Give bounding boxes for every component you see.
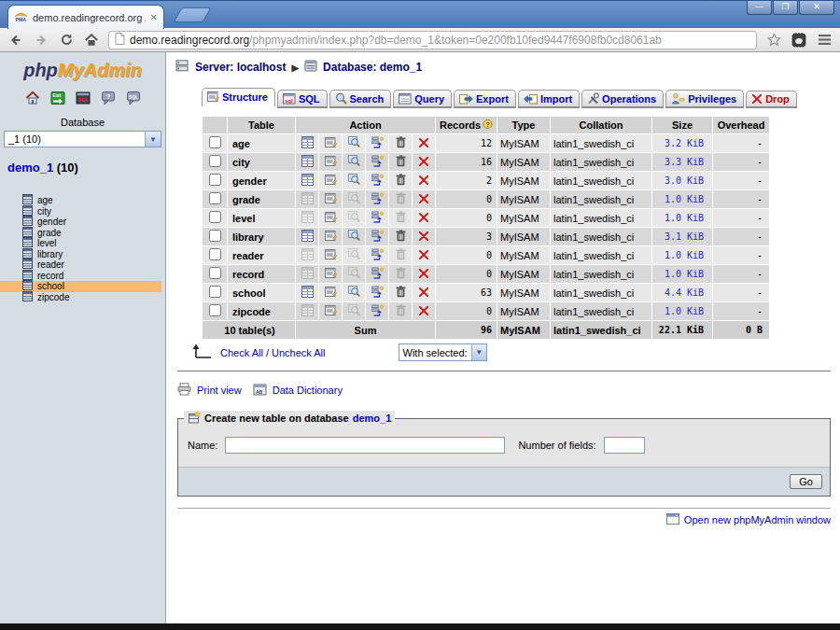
table-name-link[interactable]: record [228,265,295,283]
drop-icon[interactable] [418,193,429,204]
table-name-link[interactable]: gender [228,172,295,189]
empty-icon[interactable] [395,136,407,148]
col-header-type[interactable]: Type [497,117,550,133]
sidebar-item-zipcode[interactable]: zipcode [0,292,165,303]
structure-icon[interactable] [325,174,337,186]
current-database-link[interactable]: demo_1 [7,161,53,175]
docs-help-icon[interactable]: ? [101,91,116,105]
data-dictionary-link[interactable]: Data Dictionary [273,385,343,396]
uncheck-all-link[interactable]: Uncheck All [272,347,325,358]
search-icon[interactable] [348,155,360,167]
row-checkbox-zipcode[interactable] [209,304,221,316]
empty-icon[interactable] [395,155,407,167]
sql-docs-icon[interactable]: SQL [126,91,141,105]
structure-icon[interactable] [325,136,337,148]
pma-logo[interactable]: phpMyAdmin [0,60,165,81]
logout-icon[interactable]: Exit [50,91,65,105]
empty-icon[interactable] [395,174,407,186]
row-checkbox-grade[interactable] [209,192,221,204]
tab-operations[interactable]: Operations [581,90,664,106]
tab-query[interactable]: Query [393,90,452,106]
row-size-link[interactable]: 1.0 KiB [652,246,712,264]
breadcrumb-server-link[interactable]: Server: localhost [195,61,286,74]
row-size-link[interactable]: 3.3 KiB [652,153,712,171]
drop-icon[interactable] [418,287,429,298]
drop-icon[interactable] [418,156,429,167]
table-name-link[interactable]: grade [228,190,295,208]
insert-icon[interactable] [371,192,384,204]
url-bar[interactable]: demo.readingrecord.org/phpmyadmin/index.… [108,31,757,49]
drop-icon[interactable] [418,249,429,260]
structure-icon[interactable] [325,248,337,260]
structure-icon[interactable] [325,267,337,279]
minimize-button[interactable]: — [747,1,772,15]
insert-icon[interactable] [371,174,384,186]
browse-icon[interactable] [301,136,314,148]
row-size-link[interactable]: 4.4 KiB [652,284,712,301]
browse-icon[interactable] [301,155,314,167]
search-icon[interactable] [348,230,360,242]
drop-icon[interactable] [418,231,429,242]
col-header-overhead[interactable]: Overhead [713,117,769,133]
go-button[interactable]: Go [790,474,822,489]
structure-icon[interactable] [325,286,337,298]
insert-icon[interactable] [371,211,384,223]
row-size-link[interactable]: 1.0 KiB [652,302,712,320]
reload-icon[interactable] [58,32,75,49]
browse-icon[interactable] [301,230,314,242]
table-name-link[interactable]: age [228,134,295,152]
back-icon[interactable] [7,32,24,49]
restore-button[interactable]: ❐ [773,1,798,15]
insert-icon[interactable] [371,286,384,298]
structure-icon[interactable] [325,304,337,316]
with-selected-select[interactable]: With selected: ▼ [399,343,487,361]
col-header-table[interactable]: Table [228,117,295,133]
tab-structure[interactable]: Structure [202,88,275,106]
table-name-link[interactable]: city [228,153,295,171]
empty-icon[interactable] [395,230,407,242]
drop-icon[interactable] [418,268,429,279]
row-checkbox-age[interactable] [209,136,221,148]
drop-icon[interactable] [418,137,429,148]
table-name-input[interactable] [225,437,505,454]
check-all-link[interactable]: Check All [220,347,263,358]
tab-search[interactable]: Search [329,90,392,106]
browse-icon[interactable] [301,174,314,186]
insert-icon[interactable] [371,248,384,260]
browser-tab[interactable]: PMA demo.readingrecord.org / lo ✕ [7,5,164,29]
sql-window-icon[interactable]: SQL [76,91,91,105]
open-new-window-link[interactable]: Open new phpMyAdmin window [684,514,831,525]
search-icon[interactable] [348,136,360,148]
database-select[interactable]: _1 (10) ▼ [4,131,161,147]
row-checkbox-level[interactable] [209,211,221,223]
row-size-link[interactable]: 3.1 KiB [652,228,712,245]
insert-icon[interactable] [371,267,384,279]
drop-icon[interactable] [418,175,429,186]
insert-icon[interactable] [371,230,384,242]
tab-drop[interactable]: Drop [746,91,797,106]
breadcrumb-database-link[interactable]: Database: demo_1 [323,61,422,74]
table-name-link[interactable]: level [228,209,295,227]
insert-icon[interactable] [371,304,384,316]
table-name-link[interactable]: school [228,284,295,301]
drop-icon[interactable] [418,212,429,223]
tab-privileges[interactable]: Privileges [665,90,744,106]
num-fields-input[interactable] [604,437,645,454]
menu-icon[interactable] [816,32,833,49]
row-checkbox-city[interactable] [209,155,221,167]
structure-icon[interactable] [325,192,337,204]
new-tab-button[interactable] [173,7,211,22]
table-name-link[interactable]: reader [228,246,295,264]
search-icon[interactable] [348,174,360,186]
tab-sql[interactable]: sqlSQL [277,90,328,106]
bookmark-star-icon[interactable] [765,32,782,49]
search-icon[interactable] [348,286,360,298]
col-header-records[interactable]: Records? [436,117,497,133]
row-size-link[interactable]: 1.0 KiB [652,190,712,208]
home-nav-icon[interactable] [25,91,40,105]
structure-icon[interactable] [325,211,337,223]
structure-icon[interactable] [325,230,337,242]
row-size-link[interactable]: 3.2 KiB [652,134,712,152]
close-button[interactable]: ✕ [799,1,834,15]
drop-icon[interactable] [418,305,429,316]
